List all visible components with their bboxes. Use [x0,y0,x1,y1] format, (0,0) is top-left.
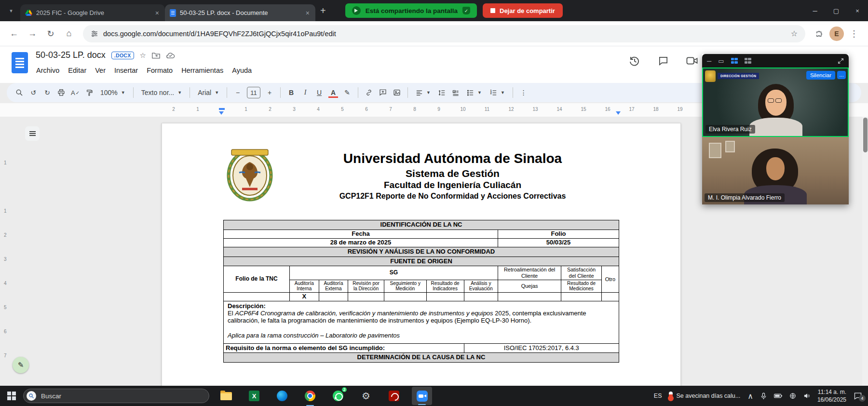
whatsapp-icon[interactable]: 2 [328,386,348,406]
taskbar-search-box[interactable]: Buscar [23,389,209,403]
insert-image-icon[interactable] [390,86,404,99]
language-indicator[interactable]: ES [654,392,662,399]
move-folder-icon[interactable] [152,52,160,59]
italic-button[interactable]: I [298,86,312,99]
star-icon[interactable]: ☆ [140,51,146,60]
font-size-input[interactable]: 11 [247,87,260,98]
menu-formato[interactable]: Formato [142,65,177,76]
insert-link-icon[interactable] [362,86,376,99]
ruler-number: 19 [677,107,682,112]
highlight-button[interactable]: ✎ [340,86,354,99]
scrollbar[interactable] [862,117,868,386]
home-icon[interactable]: ⌂ [61,26,77,42]
back-icon[interactable]: ← [6,26,22,42]
mute-button[interactable]: Silenciar [806,71,835,80]
vertical-ruler[interactable]: 11234567 [0,117,13,386]
excel-icon[interactable]: X [244,386,264,406]
zoom-speaker-view-icon[interactable]: ▭ [718,57,724,65]
document-title[interactable]: 50-03-25 LP. docx [36,50,106,60]
bold-button[interactable]: B [285,86,298,99]
paint-format-icon[interactable] [82,86,96,99]
hidden-icons-chevron[interactable]: ∧ [747,392,753,401]
zoom-app-icon[interactable] [412,387,432,405]
zoom-video-tile[interactable]: M. I. Olimpia Alvarado Fierro [702,137,849,204]
network-globe-icon[interactable] [789,392,796,399]
right-indent-marker[interactable] [616,111,621,115]
microphone-icon[interactable] [760,392,767,400]
acrobat-icon[interactable] [384,386,404,406]
minimize-icon[interactable]: ─ [804,0,826,21]
line-spacing-icon[interactable] [435,86,448,99]
redo-icon[interactable]: ↻ [41,86,54,99]
close-icon[interactable]: × [847,0,868,21]
zoom-grid-view-icon[interactable] [745,58,751,64]
chrome-icon[interactable] [300,386,320,406]
menu-editar[interactable]: Editar [64,65,91,76]
tab-close-icon[interactable]: × [154,9,160,17]
zoom-gallery-view-icon[interactable] [731,58,738,64]
zoom-select[interactable]: 100%▼ [96,86,129,99]
forward-icon[interactable]: → [24,26,41,42]
menu-ayuda[interactable]: Ayuda [228,65,256,76]
profile-avatar[interactable]: E [829,27,844,41]
volume-icon[interactable] [803,392,810,399]
left-indent-marker[interactable] [219,111,224,115]
maximize-icon[interactable]: ▢ [826,0,847,21]
browser-menu-kebab-icon[interactable]: ⋮ [846,26,862,42]
extensions-puzzle-icon[interactable] [811,26,827,42]
first-line-indent-marker[interactable] [219,108,225,110]
bulleted-list-icon[interactable]: ▼ [463,86,486,99]
weather-text: Se avecinan días calu... [676,392,740,399]
tab-search-icon[interactable]: ▾ [5,4,17,17]
notification-center-icon[interactable]: 4 [854,392,862,400]
settings-gear-icon[interactable]: ⚙ [356,386,376,406]
font-size-increase[interactable]: + [263,86,276,99]
taskbar-clock[interactable]: 11:14 a. m. 16/06/2025 [817,388,846,404]
document-outline-icon[interactable] [25,126,40,141]
google-docs-logo[interactable] [12,52,28,73]
spellcheck-icon[interactable]: A✓ [68,86,82,99]
reload-icon[interactable]: ↻ [42,26,59,42]
comments-icon[interactable] [658,55,669,67]
zoom-minimize-icon[interactable]: ─ [707,57,711,65]
bookmark-star-icon[interactable]: ☆ [791,29,798,38]
new-tab-button[interactable]: + [320,5,326,16]
font-family-select[interactable]: Arial▼ [194,86,223,99]
menu-insertar[interactable]: Insertar [110,65,142,76]
numbered-list-icon[interactable]: 12 ▼ [486,86,509,99]
paragraph-style-select[interactable]: Texto nor...▼ [137,86,186,99]
underline-button[interactable]: U [312,86,326,99]
participant-more-icon[interactable]: … [837,71,846,79]
print-icon[interactable] [54,86,68,99]
zoom-video-tile-active-speaker[interactable]: DIRECCIÓN GESTIÓN Silenciar … Elva River… [702,68,849,137]
section-causa: DETERMINACIÓN DE LA CAUSA DE LA NC [224,353,619,363]
menu-herramientas[interactable]: Herramientas [177,65,228,76]
browser-tab-document[interactable]: 50-03-25 LP. docx - Documente × [165,4,315,21]
file-explorer-icon[interactable] [216,386,236,406]
zoom-fullscreen-icon[interactable] [838,58,844,64]
cloud-saved-icon[interactable] [166,52,175,59]
font-size-decrease[interactable]: − [231,86,244,99]
weather-widget[interactable]: Se avecinan días calu... [669,392,740,400]
search-menus-icon[interactable] [13,86,26,99]
add-comment-icon[interactable] [376,86,390,99]
document-page[interactable]: Universidad Autónoma de Sinaloa Sistema … [162,123,681,386]
text-color-button[interactable]: A [326,86,340,99]
menu-archivo[interactable]: Archivo [32,65,64,76]
toolbar-overflow-icon[interactable]: ⋮ [517,86,530,99]
align-select[interactable]: ▼ [412,86,434,99]
browser-tab-drive[interactable]: 2025 FIC - Google Drive × [20,4,165,21]
menu-ver[interactable]: Ver [91,65,110,76]
battery-icon[interactable] [774,393,782,399]
tab-close-icon[interactable]: × [305,9,311,17]
scrollbar-thumb[interactable] [863,118,868,152]
url-omnibox[interactable]: docs.google.com/document/d/1HA9EFQVhF2ZJ… [83,25,805,42]
version-history-icon[interactable] [629,55,640,67]
editing-mode-pencil-button[interactable]: ✎ [13,357,29,373]
edge-icon[interactable] [272,386,292,406]
checklist-icon[interactable] [449,86,462,99]
undo-icon[interactable]: ↺ [27,86,40,99]
video-call-icon[interactable] [686,55,698,66]
stop-sharing-button[interactable]: Dejar de compartir [483,3,563,18]
start-button[interactable] [0,386,23,406]
